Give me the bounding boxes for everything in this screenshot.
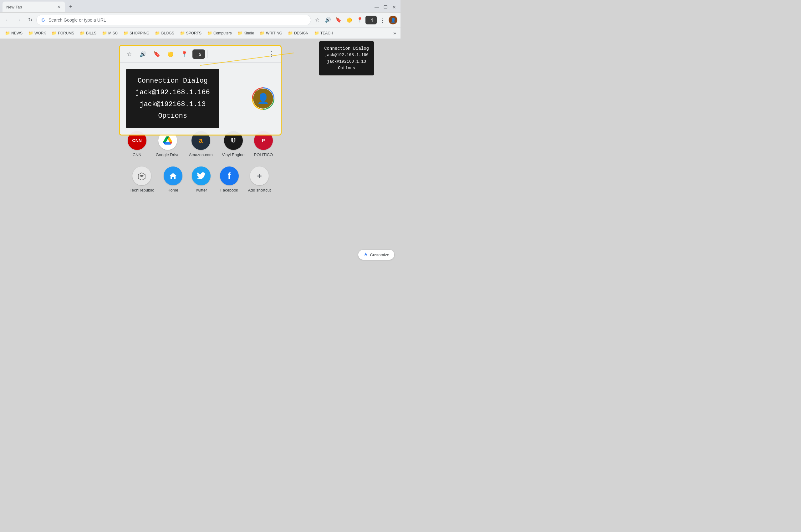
home-icon (164, 167, 183, 185)
connection-dialog-line1: jack@192.168.1.166 (324, 52, 369, 58)
overlay-extension-yellow-button[interactable]: 🟡 (165, 49, 176, 60)
volume-button[interactable]: 🔊 (323, 15, 333, 25)
shortcuts-grid: CNN CNN (128, 131, 273, 192)
bookmark-label: BLOGS (161, 31, 174, 35)
folder-icon: 📁 (52, 31, 57, 35)
google-icon: G (40, 17, 46, 23)
shortcut-add[interactable]: + Add shortcut (248, 167, 271, 192)
new-tab-button[interactable]: + (66, 2, 75, 11)
shortcut-techrepublic[interactable]: TechRepublic (130, 167, 154, 192)
tab-bar: New Tab ✕ + — ❐ ✕ (0, 0, 400, 13)
terminal-line1: jack@192.168.1.166 (135, 87, 210, 98)
reading-list-button[interactable]: 🔖 (333, 15, 344, 25)
folder-icon: 📁 (123, 31, 128, 35)
shortcut-home[interactable]: Home (164, 167, 183, 192)
bookmark-bills[interactable]: 📁 BILLS (77, 30, 99, 37)
connection-tooltip: Connection Dialog jack@192.168.1.166 jac… (319, 41, 374, 75)
bookmark-design[interactable]: 📁 DESIGN (285, 30, 311, 37)
bookmark-shopping[interactable]: 📁 SHOPPING (121, 30, 152, 37)
overlay-more-button[interactable]: ⋮ (266, 49, 277, 60)
terminal-line2: jack@192168.1.13 (135, 99, 210, 110)
shortcut-twitter[interactable]: Twitter (192, 167, 211, 192)
customize-label: Customize (370, 252, 389, 257)
shortcut-facebook[interactable]: f Facebook (220, 167, 239, 192)
connection-dialog-line2: jack@192168.1.13 (324, 58, 369, 65)
bookmark-star-button[interactable]: ☆ (312, 15, 322, 25)
more-options-button[interactable]: ⋮ (377, 15, 387, 25)
overlay-location-button[interactable]: 📍 (179, 49, 190, 60)
browser-frame: New Tab ✕ + — ❐ ✕ ← → ↻ G Search Google … (0, 0, 400, 266)
bookmark-kindle[interactable]: 📁 Kindle (235, 30, 256, 37)
folder-icon: 📁 (102, 31, 107, 35)
address-bar[interactable]: G Search Google or type a URL (36, 15, 311, 25)
active-tab[interactable]: New Tab ✕ (2, 2, 65, 12)
bookmark-computers[interactable]: 📁 Computers (205, 30, 234, 37)
bookmark-label: WRITING (266, 31, 282, 35)
bookmarks-bar: 📁 NEWS 📁 WORK 📁 FORUMS 📁 BILLS 📁 MISC 📁 … (0, 27, 400, 39)
overlay-volume-button[interactable]: 🔊 (137, 49, 149, 60)
facebook-icon: f (220, 167, 239, 185)
reload-button[interactable]: ↻ (25, 15, 35, 25)
folder-icon: 📁 (28, 31, 33, 35)
bookmark-label: NEWS (11, 31, 22, 35)
tab-title: New Tab (6, 5, 22, 10)
bookmark-label: Kindle (244, 31, 254, 35)
bookmark-forums[interactable]: 📁 FORUMS (49, 30, 77, 37)
bookmark-label: BILLS (86, 31, 96, 35)
bookmark-misc[interactable]: 📁 MISC (99, 30, 120, 37)
terminal-title: Connection Dialog (135, 75, 210, 87)
bookmark-label: SHOPPING (130, 31, 149, 35)
overlay-toolbar: ☆ 🔊 🔖 🟡 📍 _$ ⋮ (120, 46, 281, 62)
bookmark-sports[interactable]: 📁 SPORTS (177, 30, 204, 37)
bookmarks-overflow-button[interactable]: » (392, 29, 398, 37)
bookmark-teach[interactable]: 📁 TEACH (312, 30, 336, 37)
terminal-button[interactable]: _$ (365, 16, 377, 24)
connection-dialog-options[interactable]: Options (324, 65, 369, 72)
profile-avatar[interactable]: 👤 (388, 15, 398, 25)
customize-button[interactable]: Customize (358, 250, 394, 260)
folder-icon: 📁 (80, 31, 85, 35)
forward-button[interactable]: → (14, 15, 24, 25)
twitter-icon (192, 167, 211, 185)
minimize-button[interactable]: — (373, 3, 380, 11)
tab-close-button[interactable]: ✕ (56, 4, 61, 10)
overlay-profile-circle[interactable]: 👤 (252, 87, 274, 110)
bookmark-work[interactable]: 📁 WORK (26, 30, 49, 37)
folder-icon: 📁 (260, 31, 265, 35)
bookmark-label: Computers (213, 31, 232, 35)
bookmark-writing[interactable]: 📁 WRITING (257, 30, 285, 37)
bookmark-label: SPORTS (186, 31, 202, 35)
amazon-label: Amazon.com (189, 152, 213, 157)
terminal-popup: Connection Dialog jack@192.168.1.166 jac… (126, 69, 220, 128)
folder-icon: 📁 (314, 31, 319, 35)
back-button[interactable]: ← (2, 15, 13, 25)
techrepublic-icon (132, 167, 151, 185)
main-content: Connection Dialog jack@192.168.1.166 jac… (0, 39, 400, 266)
bookmark-blogs[interactable]: 📁 BLOGS (152, 30, 176, 37)
folder-icon: 📁 (237, 31, 243, 35)
close-button[interactable]: ✕ (390, 3, 398, 11)
extension-button-location[interactable]: 📍 (355, 15, 365, 25)
politico-label: POLITICO (254, 152, 273, 157)
bookmark-news[interactable]: 📁 NEWS (2, 30, 25, 37)
overlay-terminal-button[interactable]: _$ (192, 50, 205, 59)
add-shortcut-label: Add shortcut (248, 188, 271, 192)
overlay-bookmark-button[interactable]: 🔖 (151, 49, 163, 60)
facebook-label: Facebook (220, 188, 238, 192)
tab-spacer: — ❐ ✕ (75, 3, 398, 12)
toolbar-divider (207, 50, 208, 58)
folder-icon: 📁 (5, 31, 10, 35)
shortcuts-row-2: TechRepublic Home (128, 167, 273, 192)
bookmark-label: WORK (34, 31, 46, 35)
extension-button-yellow[interactable]: 🟡 (344, 15, 354, 25)
terminal-options[interactable]: Options (135, 110, 210, 122)
toolbar-overlay: ☆ 🔊 🔖 🟡 📍 _$ ⋮ Connection Dialog jack@19… (119, 45, 282, 135)
bookmark-label: MISC (108, 31, 118, 35)
home-label: Home (167, 188, 178, 192)
add-shortcut-icon: + (250, 167, 269, 185)
restore-button[interactable]: ❐ (382, 3, 389, 11)
folder-icon: 📁 (207, 31, 212, 35)
address-text: Search Google or type a URL (49, 18, 106, 22)
bookmark-label: TEACH (320, 31, 333, 35)
overlay-star-button[interactable]: ☆ (123, 49, 135, 60)
